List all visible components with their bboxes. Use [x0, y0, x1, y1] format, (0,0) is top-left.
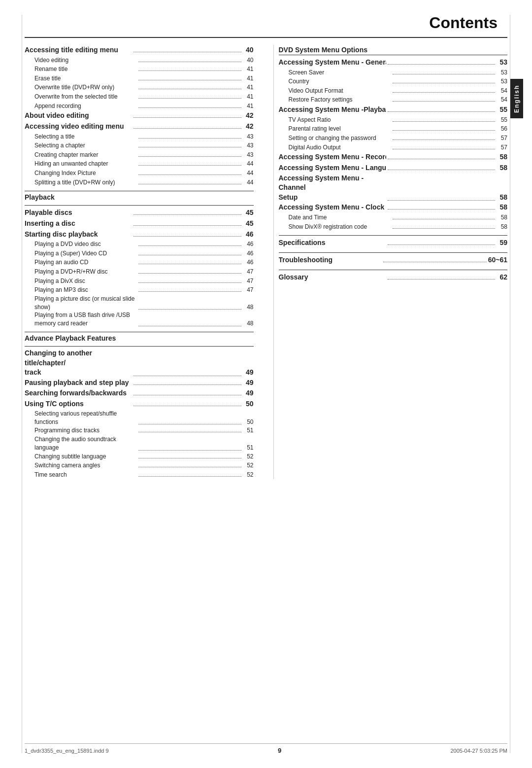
entry-text: Accessing System Menu - ChannelSetup [279, 174, 386, 203]
dots [388, 200, 495, 201]
entry-text: Changing the audio soundtracklanguage [34, 435, 137, 452]
section-sub-divider [25, 346, 254, 347]
dots [133, 395, 241, 395]
toc-entry: Playable discs45 [25, 208, 254, 218]
dots [133, 376, 241, 376]
entry-text: Playing an audio CD [25, 258, 137, 267]
right-column: DVD System Menu OptionsAccessing System … [273, 45, 508, 479]
page-number-ref: 62 [497, 272, 507, 283]
page-number-ref: 58 [497, 152, 507, 163]
dots [388, 159, 495, 159]
entry-text: Starting disc playback [25, 229, 132, 240]
toc-entry: Accessing System Menu - Language58 [279, 163, 508, 174]
page-number-ref: 46 [243, 229, 254, 240]
toc-entry: Switching camera angles52 [25, 461, 254, 470]
page-number-ref: 58 [497, 213, 507, 222]
section-divider [279, 235, 508, 236]
toc-entry: Overwrite from the selected title41 [25, 92, 254, 102]
dots [388, 209, 495, 209]
entry-text: Using T/C options [25, 399, 132, 410]
toc-entry: Date and Time58 [279, 213, 508, 222]
entry-text: Playing a DivX disc [25, 277, 137, 286]
page-number-ref: 51 [243, 426, 254, 435]
page-number-ref: 49 [243, 368, 254, 378]
toc-entry: Changing Index Picture44 [25, 169, 254, 178]
dots [138, 107, 241, 108]
dots [393, 74, 495, 74]
dots [133, 128, 241, 129]
entry-text: About video editing [25, 110, 132, 121]
dots [133, 117, 241, 118]
toc-entry: Playing a DVD video disc46 [25, 240, 254, 249]
entry-text: Accessing System Menu - Record [279, 152, 386, 163]
dots [388, 244, 495, 245]
toc-entry: Rename title41 [25, 65, 254, 74]
section-sub-divider [25, 205, 254, 206]
toc-entry: Pausing playback and step play49 [25, 378, 254, 388]
entry-text: Restore Factory settings [279, 95, 391, 105]
toc-entry: Playing a DVD+R/+RW disc47 [25, 267, 254, 277]
section-divider [25, 332, 254, 332]
toc-entry: Playing an MP3 disc47 [25, 285, 254, 295]
dots [138, 255, 241, 255]
toc-entry: Inserting a disc45 [25, 218, 254, 229]
dots [138, 273, 241, 274]
entry-text: Changing Index Picture [25, 169, 137, 178]
entry-text: Accessing System Menu - Language [279, 163, 386, 174]
page-number-ref: 58 [497, 222, 507, 232]
dots [383, 262, 487, 262]
toc-entry: Append recording41 [25, 102, 254, 111]
toc-entry: About video editing42 [25, 110, 254, 121]
page-number: 9 [278, 747, 281, 754]
page-number-ref: 42 [243, 121, 254, 132]
page-number-ref: 41 [243, 92, 254, 102]
page-number-ref: 45 [243, 218, 254, 229]
page-number-ref: 46 [243, 240, 254, 249]
page-number-ref: 53 [497, 77, 507, 86]
dots [138, 432, 241, 432]
toc-entry: Glossary62 [279, 272, 508, 283]
entry-text: TV Aspect Ratio [279, 115, 391, 125]
page-number-ref: 55 [497, 105, 507, 115]
page-number-ref: 52 [243, 452, 254, 461]
page-number-ref: 47 [243, 267, 254, 277]
page-number-ref: 44 [243, 159, 254, 169]
dots [388, 111, 495, 112]
toc-entry: Changing the audio soundtracklanguage51 [25, 435, 254, 452]
page-number-ref: 59 [497, 238, 507, 248]
page-number-ref: 53 [497, 68, 507, 77]
dots [138, 424, 241, 424]
entry-text: Troubleshooting [279, 255, 382, 266]
page-number-ref: 46 [243, 258, 254, 267]
page-number-ref: 41 [243, 83, 254, 92]
page-number-ref: 58 [497, 202, 507, 213]
page-title: Contents [0, 0, 532, 37]
entry-text: Programming disc tracks [25, 426, 137, 435]
dots [393, 130, 495, 131]
toc-entry: Video editing40 [25, 56, 254, 65]
page-number-ref: 47 [243, 277, 254, 286]
margin-left-line [22, 15, 22, 753]
dots [393, 83, 495, 83]
page-number-ref: 57 [497, 143, 507, 152]
section-divider [279, 270, 508, 270]
toc-entry: Troubleshooting60~61 [279, 255, 508, 266]
dots [138, 98, 241, 99]
entry-text: Glossary [279, 272, 386, 283]
toc-entry: Country53 [279, 77, 508, 86]
page-number-ref: 58 [497, 193, 507, 203]
entry-text: Selecting a title [25, 132, 137, 141]
dots [133, 236, 241, 237]
toc-entry: Digital Audio Output57 [279, 143, 508, 152]
entry-text: Playable discs [25, 208, 132, 218]
dots [138, 156, 241, 157]
page-number-ref: 44 [243, 169, 254, 178]
entry-text: Searching forwards/backwards [25, 388, 132, 399]
page-number-ref: 48 [243, 319, 254, 328]
margin-right-line [510, 15, 510, 753]
toc-entry: Playing from a USB flash drive /USBmemor… [25, 311, 254, 328]
entry-text: Country [279, 77, 391, 86]
toc-entry: Accessing System Menu -Playback55 [279, 105, 508, 115]
page-number-ref: 41 [243, 102, 254, 111]
page-number-ref: 49 [243, 388, 254, 399]
